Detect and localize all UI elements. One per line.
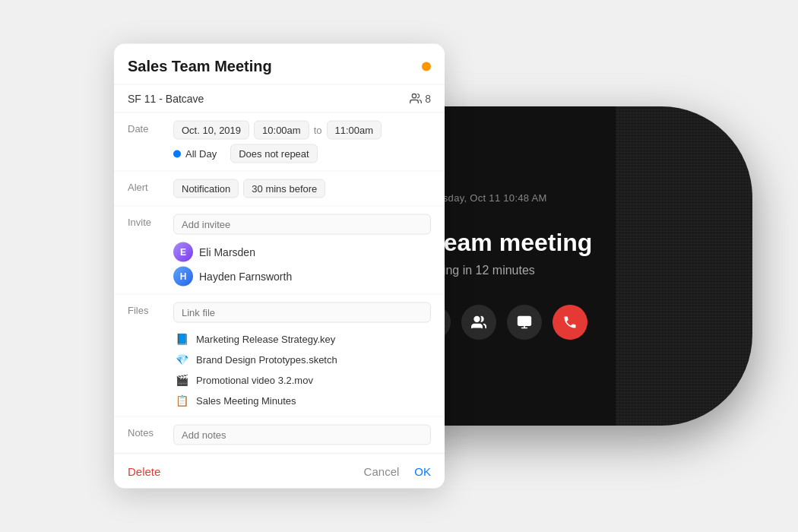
avatar: H [173,267,193,287]
delete-button[interactable]: Delete [128,465,160,478]
svg-point-3 [474,316,480,321]
add-invitee-input[interactable] [173,214,431,235]
to-text: to [314,125,322,136]
location-text: SF 11 - Batcave [128,93,204,105]
list-item: E Eli Marsden [173,242,431,262]
file-name: Sales Meeting Minutes [196,394,296,406]
invitee-list: E Eli Marsden H Hayden Farnsworth [173,242,431,287]
sketch-file-icon: 💎 [173,351,190,368]
alert-time[interactable]: 30 mins before [243,179,325,198]
file-name: Brand Design Prototypes.sketch [196,353,337,365]
notification-type[interactable]: Notification [173,179,239,198]
attendees-count: 8 [410,93,431,105]
list-item: H Hayden Farnsworth [173,267,431,287]
invitee-name-hayden: Hayden Farnsworth [199,271,292,283]
alert-content: Notification 30 mins before [173,179,431,198]
attendees-number: 8 [425,93,431,105]
invite-row: Invite E Eli Marsden H Hayden Farnsworth [114,207,445,295]
link-file-input[interactable] [173,302,431,323]
all-day-label: All Day [185,148,217,160]
notes-row: Notes [114,417,445,454]
files-content: 📘 Marketing Release Strategy.key 💎 Brand… [173,302,431,409]
list-item: 💎 Brand Design Prototypes.sketch [173,351,431,368]
blue-circle [173,150,181,157]
screen-share-button[interactable] [507,305,542,340]
alert-label: Alert [128,179,166,193]
ok-button[interactable]: OK [414,465,431,478]
screen-share-icon [517,315,532,330]
all-day-toggle[interactable]: All Day [173,145,224,163]
list-item: 🎬 Promotional video 3.2.mov [173,372,431,388]
participants-icon [471,315,486,330]
notes-input[interactable] [173,425,431,445]
time-start[interactable]: 10:00am [254,121,309,140]
date-time-row: Oct. 10, 2019 10:00am to 11:00am [173,121,431,140]
end-call-icon [562,315,578,330]
list-item: 📘 Marketing Release Strategy.key [173,331,431,347]
files-label: Files [128,302,166,316]
notes-file-icon: 📋 [173,392,190,409]
key-file-icon: 📘 [173,331,190,347]
date-label: Date [128,121,166,135]
repeat-option[interactable]: Does not repeat [230,144,318,163]
invite-label: Invite [128,214,166,228]
mov-file-icon: 🎬 [173,372,190,388]
date-value[interactable]: Oct. 10, 2019 [173,121,249,140]
file-name: Marketing Release Strategy.key [196,333,335,344]
attendees-icon [410,93,422,105]
file-list: 📘 Marketing Release Strategy.key 💎 Brand… [173,331,431,409]
invitee-name-eli: Eli Marsden [199,246,255,258]
allday-repeat-row: All Day Does not repeat [173,144,431,163]
modal-header: Sales Team Meeting [114,44,445,85]
invite-content: E Eli Marsden H Hayden Farnsworth [173,214,431,287]
notes-label: Notes [128,425,166,439]
avatar: E [173,242,193,262]
date-content: Oct. 10, 2019 10:00am to 11:00am All Day… [173,121,431,163]
cancel-button[interactable]: Cancel [364,465,400,478]
file-name: Promotional video 3.2.mov [196,374,313,385]
alert-row: Alert Notification 30 mins before [114,172,445,207]
modal-body: Date Oct. 10, 2019 10:00am to 11:00am Al… [114,113,445,454]
time-end[interactable]: 11:00am [327,121,382,140]
list-item: 📋 Sales Meeting Minutes [173,392,431,409]
end-call-button[interactable] [553,305,587,340]
modal-footer: Delete Cancel OK [114,454,445,489]
svg-point-5 [413,94,416,98]
calendar-modal: Sales Team Meeting SF 11 - Batcave 8 Dat… [114,44,445,489]
participants-button[interactable] [461,305,496,340]
alert-options-row: Notification 30 mins before [173,179,431,198]
notes-content [173,425,431,445]
footer-right-buttons: Cancel OK [364,465,431,478]
date-row: Date Oct. 10, 2019 10:00am to 11:00am Al… [114,113,445,172]
modal-title: Sales Team Meeting [128,58,272,75]
calendar-color-dot [422,62,431,71]
modal-location-row[interactable]: SF 11 - Batcave 8 [114,85,445,113]
files-row: Files 📘 Marketing Release Strategy.key 💎… [114,295,445,417]
